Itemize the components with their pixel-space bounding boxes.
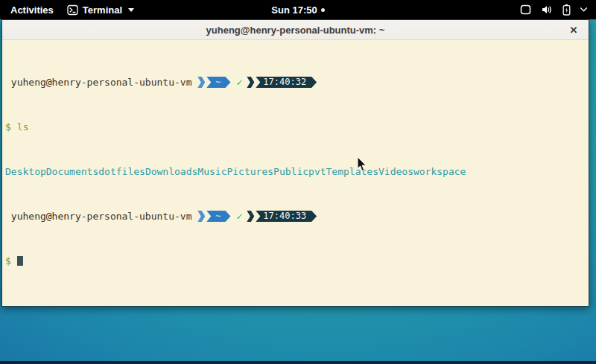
topbar-left: Activities Terminal (0, 4, 134, 16)
cwd-segment: ~ (206, 77, 230, 88)
close-button[interactable]: ✕ (566, 22, 581, 37)
dir-entry: Documents (46, 166, 98, 177)
command-text: ls (17, 121, 29, 132)
powerline-chevron-icon (247, 211, 254, 222)
dir-entry: Pictures (226, 166, 273, 177)
app-menu-label: Terminal (83, 4, 122, 16)
powerline-chevron-icon (247, 77, 254, 88)
prompt-line: yuheng@henry-personal-ubuntu-vm ~ ✓ 17:4… (5, 211, 589, 222)
time-segment: 17:40:33 (256, 211, 317, 222)
prompt-symbol: $ (5, 121, 11, 132)
terminal-screen[interactable]: yuheng@henry-personal-ubuntu-vm ~ ✓ 17:4… (2, 40, 589, 306)
time-segment: 17:40:32 (256, 77, 317, 88)
dir-entry: dotfiles (98, 166, 145, 177)
activities-button[interactable]: Activities (7, 4, 57, 16)
dir-entry: Templates (326, 166, 378, 177)
window-title: yuheng@henry-personal-ubuntu-vm: ~ (206, 25, 385, 36)
notification-dot-icon (321, 8, 325, 12)
dir-entry: Music (197, 166, 226, 177)
app-menu-button[interactable]: Terminal (67, 4, 134, 16)
time-label: 17:40:32 (263, 77, 306, 87)
cwd-label: ~ (215, 77, 221, 87)
prompt-symbol: $ (5, 255, 11, 266)
cwd-segment: ~ (206, 211, 230, 222)
volume-icon (541, 4, 553, 15)
window-titlebar[interactable]: yuheng@henry-personal-ubuntu-vm: ~ ✕ (2, 20, 589, 40)
prompt-line: yuheng@henry-personal-ubuntu-vm ~ ✓ 17:4… (5, 77, 589, 88)
status-check-icon: ✓ (237, 77, 243, 88)
clock-label: Sun 17:50 (271, 4, 317, 16)
cwd-label: ~ (215, 211, 221, 221)
terminal-icon (67, 4, 78, 16)
terminal-window: yuheng@henry-personal-ubuntu-vm: ~ ✕ yuh… (1, 19, 589, 307)
gnome-top-bar: Activities Terminal Sun 17:50 (0, 0, 596, 19)
dir-entry: workspace (413, 166, 466, 177)
clock-button[interactable]: Sun 17:50 (271, 4, 324, 16)
dir-entry: Videos (378, 166, 413, 177)
battery-charging-icon (562, 4, 571, 16)
dir-entry: Downloads (145, 166, 197, 177)
status-check-icon: ✓ (237, 211, 243, 222)
dir-entry: pvt (308, 166, 326, 177)
command-line: $ ls (5, 121, 589, 132)
system-status-menu[interactable] (520, 4, 596, 16)
text-cursor (17, 256, 23, 266)
time-label: 17:40:33 (263, 211, 306, 221)
prompt-user-host: yuheng@henry-personal-ubuntu-vm (5, 211, 197, 222)
dir-entry: Public (273, 166, 308, 177)
dir-entry: Desktop (5, 166, 46, 177)
input-line: $ (5, 255, 589, 266)
chevron-down-icon (580, 7, 587, 12)
powerline-chevron-icon (197, 77, 205, 88)
directory-listing: Desktop Documents dotfiles Downloads Mus… (5, 166, 589, 177)
chevron-down-icon (128, 8, 134, 12)
screen-share-icon (520, 4, 531, 15)
prompt-user-host: yuheng@henry-personal-ubuntu-vm (5, 77, 197, 88)
close-icon: ✕ (570, 25, 578, 36)
powerline-chevron-icon (197, 211, 205, 222)
screen-bottom-edge (0, 361, 596, 364)
